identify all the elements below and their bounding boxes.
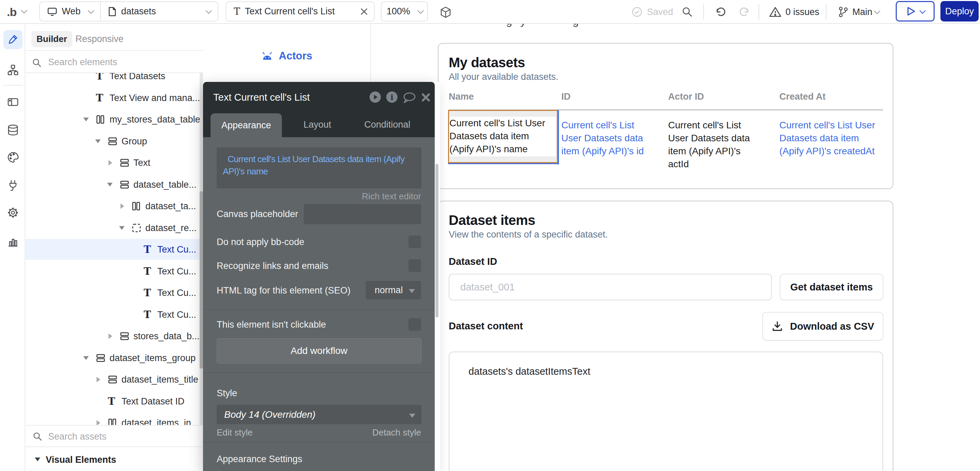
section-caret-icon — [35, 458, 40, 461]
property-editor: Text Current cell's List i Appearance — [203, 82, 435, 471]
selected-name-cell[interactable]: Current cell's List User Datasets data i… — [448, 110, 558, 163]
tree-item-dataset-re[interactable]: dataset_re... — [25, 217, 203, 238]
tree-item-dataset-items-title[interactable]: dataset_items_title — [25, 369, 203, 390]
undo-button[interactable] — [715, 0, 727, 24]
rich-text-editor-link[interactable]: Rich text editor — [362, 191, 421, 202]
tree-item-text-cu[interactable]: TText Cu... — [25, 239, 203, 260]
my-datasets-title: My datasets — [449, 55, 525, 70]
divider — [759, 4, 759, 20]
canvas-placeholder-input[interactable] — [304, 204, 421, 224]
edit-style-link[interactable]: Edit style — [217, 427, 253, 438]
redo-button[interactable] — [738, 0, 750, 24]
caret-right-icon[interactable] — [108, 333, 112, 339]
tree-item-text-cu[interactable]: TText Cu... — [25, 261, 203, 282]
add-workflow-button[interactable]: Add workflow — [217, 338, 422, 363]
download-csv-label: Download as CSV — [790, 321, 874, 332]
element-tab[interactable]: T Text Current cell's List — [226, 2, 375, 22]
download-csv-button[interactable]: Download as CSV — [762, 312, 883, 341]
page-dropdown[interactable]: datasets — [101, 2, 218, 21]
tree-item-group[interactable]: Group — [25, 131, 203, 151]
tree-item-my-stores-data-table[interactable]: my_stores_data_table — [25, 109, 203, 130]
text-element-icon: T — [144, 309, 151, 320]
design-pencil-icon[interactable] — [8, 34, 18, 45]
dashed-element-icon — [132, 223, 141, 233]
warning-icon — [769, 6, 781, 18]
not-clickable-checkbox[interactable] — [409, 318, 421, 331]
recognize-links-checkbox[interactable] — [409, 259, 421, 272]
logs-chart-icon[interactable] — [8, 236, 18, 247]
group-element-icon — [120, 332, 129, 341]
logo-chevron-icon[interactable] — [21, 7, 27, 13]
tree-item-dataset-items-in[interactable]: dataset_items_in... — [25, 412, 203, 425]
caret-right-icon[interactable] — [97, 420, 100, 425]
detach-style-link[interactable]: Detach style — [372, 427, 421, 438]
branch-label: Main — [853, 7, 872, 18]
property-editor-header[interactable]: Text Current cell's List i — [203, 82, 435, 113]
get-dataset-items-button[interactable]: Get dataset items — [780, 274, 883, 300]
caret-right-icon[interactable] — [121, 204, 124, 209]
tree-item-label: Text Cu... — [157, 309, 196, 320]
group-element-icon — [108, 375, 118, 384]
save-status: Saved — [632, 0, 673, 24]
caret-right-icon[interactable] — [108, 160, 112, 165]
play-icon — [907, 6, 915, 16]
tab-layout[interactable]: Layout — [286, 113, 348, 137]
close-panel-button[interactable] — [422, 93, 430, 102]
tree-item-dataset-table[interactable]: dataset_table... — [25, 174, 203, 195]
tab-builder[interactable]: Builder — [32, 31, 72, 47]
platform-dropdown[interactable]: Web — [40, 2, 100, 21]
bb-code-checkbox[interactable] — [409, 236, 421, 248]
dataset-content-textarea[interactable]: datasets's datasetItemsText — [449, 352, 883, 471]
search-assets-row[interactable]: Search assets — [25, 425, 203, 447]
dataset-items-card: Dataset items View the contents of a spe… — [438, 200, 893, 471]
tree-scrollbar-thumb[interactable] — [200, 191, 203, 369]
tab-responsive[interactable]: Responsive — [75, 31, 124, 47]
expression-editor[interactable]: Current cell's List User Datasets data i… — [217, 148, 422, 188]
workflow-tree-icon[interactable] — [8, 65, 18, 75]
bubble-logo[interactable]: .b — [7, 5, 16, 19]
preview-element-button[interactable] — [369, 91, 381, 103]
comment-button[interactable] — [402, 92, 416, 103]
tree-item-text-dataset-id[interactable]: TText Dataset ID — [25, 391, 203, 412]
toolbar-search-button[interactable] — [682, 0, 693, 24]
plugins-icon[interactable] — [8, 179, 18, 191]
tree-item-text[interactable]: Text — [25, 152, 203, 173]
tree-item-text-cu[interactable]: TText Cu... — [25, 304, 203, 325]
caret-down-icon[interactable] — [83, 356, 89, 360]
tree-item-dataset-items-group[interactable]: dataset_items_group — [25, 347, 203, 368]
visual-elements-section[interactable]: Visual Elements — [25, 447, 203, 471]
search-elements-row[interactable]: Search elements — [25, 51, 203, 73]
component-library-icon[interactable] — [440, 6, 451, 18]
caret-down-icon[interactable] — [83, 118, 89, 121]
close-tab-icon[interactable] — [360, 8, 368, 15]
bb-code-label: Do not apply bb-code — [217, 237, 304, 247]
reusable-elements-icon[interactable] — [8, 97, 18, 108]
style-dropdown[interactable]: Body 14 (Overridden) — [217, 405, 422, 424]
tree-item-stores-data-b[interactable]: stores_data_b... — [25, 326, 203, 347]
deploy-button[interactable]: Deploy — [940, 1, 978, 22]
zoom-dropdown[interactable]: 100% — [381, 2, 428, 22]
tree-item-label: dataset_re... — [145, 223, 197, 233]
panel-scrollbar-thumb[interactable] — [435, 164, 439, 317]
database-icon[interactable] — [8, 124, 18, 136]
element-info-button[interactable]: i — [386, 91, 398, 103]
tree-item-dataset-ta[interactable]: dataset_ta... — [25, 196, 203, 216]
preview-button[interactable] — [896, 1, 935, 22]
branch-selector[interactable]: Main — [838, 0, 872, 24]
tab-conditional[interactable]: Conditional — [356, 113, 418, 137]
tree-item-text-datasets[interactable]: TText Datasets — [25, 73, 203, 86]
tree-item-text-view-and-mana[interactable]: TText View and mana... — [25, 88, 203, 108]
caret-down-icon[interactable] — [119, 226, 124, 230]
caret-down-icon[interactable] — [107, 183, 113, 186]
caret-right-icon[interactable] — [97, 377, 100, 382]
html-tag-dropdown[interactable]: normal — [366, 281, 421, 299]
issues-indicator[interactable]: 0 issues — [769, 0, 819, 24]
cell-id[interactable]: Current cell's List User Datasets data i… — [561, 119, 651, 158]
settings-gear-icon[interactable] — [8, 207, 18, 218]
dataset-id-input[interactable]: dataset_001 — [449, 274, 772, 300]
cell-created-at[interactable]: Current cell's List User Datasets data i… — [780, 119, 886, 158]
tab-appearance[interactable]: Appearance — [210, 113, 282, 137]
styles-palette-icon[interactable] — [8, 152, 19, 163]
tree-item-text-cu[interactable]: TText Cu... — [25, 282, 203, 303]
caret-down-icon[interactable] — [95, 139, 101, 143]
